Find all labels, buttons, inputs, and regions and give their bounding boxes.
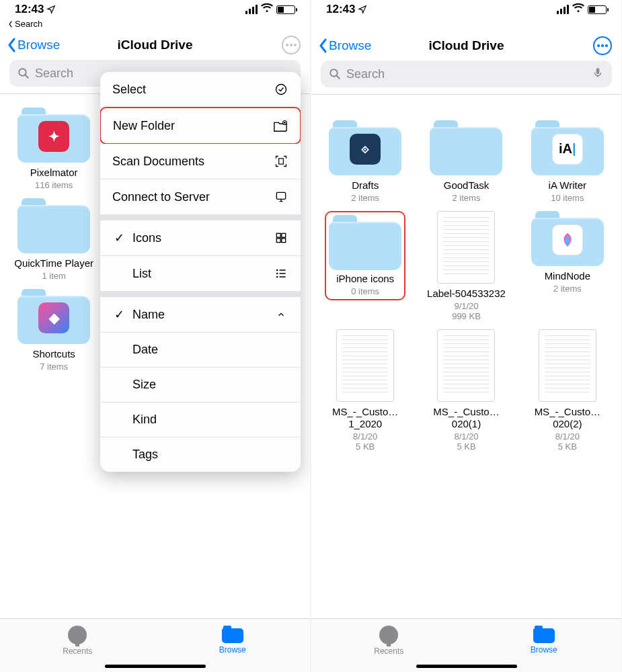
file-ms-custo-1[interactable]: MS_-_Custo…1_2020 8/1/20 5 KB xyxy=(317,329,414,452)
svg-rect-15 xyxy=(596,68,600,74)
folder-icon xyxy=(533,626,555,643)
screenshot-right: 12:43 Browse iCloud Drive Search ⟐ xyxy=(311,0,621,672)
folder-mindnode[interactable]: MindNode 2 items xyxy=(519,211,616,321)
list-icon xyxy=(274,266,288,281)
document-icon xyxy=(437,211,495,284)
menu-view-icons[interactable]: ✓Icons xyxy=(100,220,301,256)
cellular-icon xyxy=(557,5,569,14)
location-icon xyxy=(358,5,367,14)
new-folder-icon xyxy=(273,118,288,133)
folder-quicktime[interactable]: QuickTime Player 1 item xyxy=(5,198,102,281)
document-icon xyxy=(539,329,596,402)
more-button[interactable] xyxy=(282,36,301,54)
svg-rect-9 xyxy=(282,239,286,243)
back-button[interactable]: Browse xyxy=(318,38,371,53)
folder-pixelmator[interactable]: ✦ Pixelmator 116 items xyxy=(5,108,102,190)
svg-point-10 xyxy=(276,269,278,271)
svg-point-2 xyxy=(276,85,286,95)
svg-point-11 xyxy=(276,273,278,275)
document-icon xyxy=(437,329,495,402)
svg-rect-6 xyxy=(276,233,280,237)
svg-rect-7 xyxy=(282,233,286,237)
home-indicator[interactable] xyxy=(105,665,206,668)
menu-scan-documents[interactable]: Scan Documents xyxy=(100,144,301,179)
svg-line-14 xyxy=(336,75,340,79)
svg-rect-5 xyxy=(276,192,285,199)
file-grid[interactable]: ⟐ Drafts 2 items GoodTask 2 items iA| iA… xyxy=(311,95,621,618)
document-icon xyxy=(336,329,394,402)
svg-line-1 xyxy=(25,75,28,78)
mindnode-icon xyxy=(552,224,583,255)
location-icon xyxy=(46,5,56,14)
svg-point-12 xyxy=(276,276,278,278)
pixelmator-icon: ✦ xyxy=(38,121,69,152)
menu-sort-kind[interactable]: Kind xyxy=(100,403,301,437)
svg-rect-4 xyxy=(279,159,284,164)
context-menu: Select New Folder Scan Documents Connect… xyxy=(100,72,301,472)
status-time: 12:43 xyxy=(326,3,355,16)
drafts-icon: ⟐ xyxy=(350,134,381,165)
menu-sort-tags[interactable]: Tags xyxy=(100,437,301,472)
file-ms-custo-2[interactable]: MS_-_Custo…020(1) 8/1/20 5 KB xyxy=(418,329,514,452)
checkmark-icon: ✓ xyxy=(112,307,126,322)
more-button[interactable] xyxy=(593,36,612,55)
screenshot-left: 12:43 Search Browse iCloud Drive Search xyxy=(0,0,310,672)
menu-connect-server[interactable]: Connect to Server xyxy=(100,179,301,215)
chevron-up-icon xyxy=(274,307,288,322)
folder-ia-writer[interactable]: iA| iA Writer 10 items xyxy=(519,120,616,203)
status-bar: 12:43 xyxy=(0,0,310,19)
navbar: Browse iCloud Drive xyxy=(0,30,310,60)
microphone-icon[interactable] xyxy=(592,67,604,82)
menu-sort-name[interactable]: ✓Name xyxy=(100,297,301,333)
file-ms-custo-3[interactable]: MS_-_Custo…020(2) 8/1/20 5 KB xyxy=(519,329,616,452)
folder-goodtask[interactable]: GoodTask 2 items xyxy=(418,120,514,203)
navbar: Browse iCloud Drive xyxy=(311,31,621,60)
tab-bar: Recents Browse xyxy=(0,618,310,672)
folder-icon xyxy=(222,626,243,643)
grid-icon xyxy=(274,230,288,245)
scan-icon xyxy=(274,154,288,169)
home-indicator[interactable] xyxy=(416,665,517,668)
folder-drafts[interactable]: ⟐ Drafts 2 items xyxy=(317,120,414,203)
menu-sort-size[interactable]: Size xyxy=(100,368,301,403)
menu-new-folder[interactable]: New Folder xyxy=(100,107,301,144)
menu-sort-date[interactable]: Date xyxy=(100,333,301,368)
folder-iphone-icons[interactable]: iPhone icons 0 items xyxy=(317,211,414,321)
battery-icon xyxy=(276,5,295,14)
menu-select[interactable]: Select xyxy=(100,72,301,108)
shortcuts-icon: ◆ xyxy=(38,302,69,333)
wifi-icon xyxy=(572,3,584,16)
checkmark-icon: ✓ xyxy=(112,230,126,245)
battery-icon xyxy=(588,5,607,14)
status-time: 12:43 xyxy=(15,3,44,16)
tab-bar: Recents Browse xyxy=(311,618,621,672)
cellular-icon xyxy=(245,5,258,14)
back-button[interactable]: Browse xyxy=(7,38,60,52)
menu-view-list[interactable]: List xyxy=(100,256,301,292)
server-icon xyxy=(274,190,288,204)
search-icon xyxy=(17,67,30,79)
file-label[interactable]: Label-504533232 9/1/20 999 KB xyxy=(418,211,514,321)
back-to-search[interactable]: Search xyxy=(0,19,310,30)
clock-icon xyxy=(379,626,398,644)
folder-shortcuts[interactable]: ◆ Shortcuts 7 items xyxy=(5,289,102,372)
wifi-icon xyxy=(261,3,273,16)
status-bar: 12:43 xyxy=(311,0,621,19)
search-input[interactable]: Search xyxy=(321,60,612,87)
search-icon xyxy=(329,68,341,80)
select-icon xyxy=(274,82,288,97)
svg-rect-8 xyxy=(276,239,280,243)
ia-writer-icon: iA| xyxy=(552,134,583,165)
clock-icon xyxy=(68,626,87,644)
